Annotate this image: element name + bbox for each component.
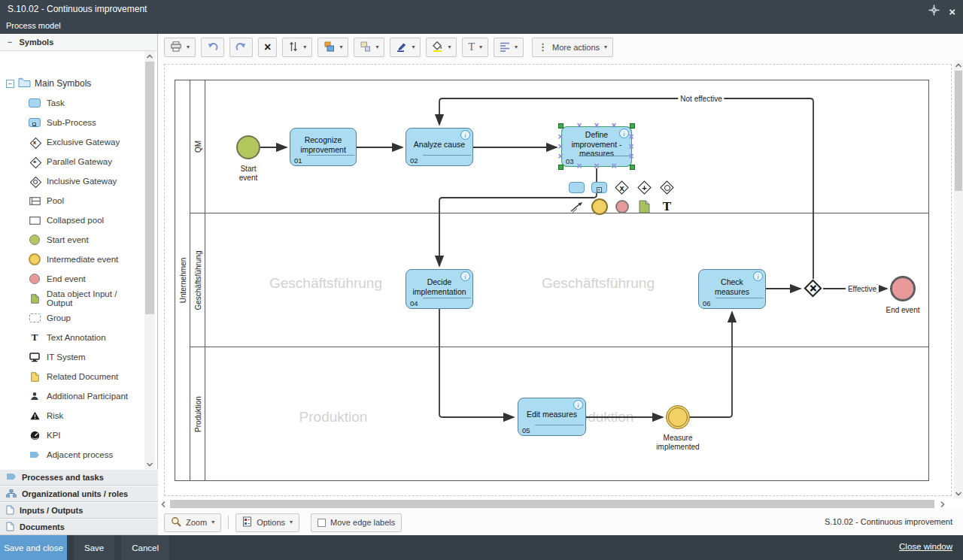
delete-button[interactable]: × <box>258 38 277 57</box>
canvas-vertical-scrollbar[interactable] <box>954 60 963 498</box>
task-06-check-measures[interactable]: Check measures i 06 <box>698 269 766 309</box>
symbol-item-text-annotation[interactable]: T Text Annotation <box>0 328 144 347</box>
scroll-up-icon[interactable] <box>144 51 155 61</box>
symbol-item-kpi[interactable]: KPI <box>0 425 144 445</box>
line-style-button[interactable]: ▾ <box>390 38 421 57</box>
symbol-item-data-object[interactable]: Data object Input / Output <box>0 289 144 308</box>
info-icon[interactable]: i <box>753 271 763 281</box>
exclusive-gateway-node[interactable]: × <box>804 279 823 298</box>
symbol-item-end-event[interactable]: End event <box>0 269 144 289</box>
symbol-item-exclusive-gateway[interactable]: x Exclusive Gateway <box>0 132 144 152</box>
connection-point-icon[interactable] <box>611 162 616 170</box>
symbol-item-intermediate-event[interactable]: Intermediate event <box>0 250 144 269</box>
diagram-canvas[interactable]: Unternehmen QM Geschäftsführung Produkti… <box>158 60 954 498</box>
sidebar-scrollbar[interactable] <box>144 51 155 469</box>
symbol-item-sub-process[interactable]: + Sub-Process <box>0 113 144 132</box>
connection-point-icon[interactable] <box>594 162 599 170</box>
symbol-item-risk[interactable]: Risk <box>0 406 144 425</box>
palette-exclusive-gateway-icon[interactable]: x <box>613 179 630 196</box>
palette-data-object-icon[interactable] <box>636 198 653 215</box>
task-02-analyze-cause[interactable]: Analyze cause i 02 <box>406 128 473 166</box>
section-inputs-outputs[interactable]: Inputs / Outputs <box>0 502 158 519</box>
zoom-button[interactable]: Zoom ▾ <box>164 513 221 532</box>
section-organizational-units[interactable]: Organizational units / roles <box>0 486 158 502</box>
symbol-item-it-system[interactable]: IT System <box>0 347 144 367</box>
align-button[interactable]: ▾ <box>494 38 524 57</box>
palette-sub-process-icon[interactable]: + <box>591 179 608 196</box>
symbol-item-additional-participant[interactable]: Additional Participant <box>0 386 144 406</box>
scroll-left-icon[interactable] <box>158 498 169 510</box>
fill-color-button[interactable]: ▾ <box>426 38 457 57</box>
sidebar-scroll-thumb[interactable] <box>145 62 154 314</box>
palette-parallel-gateway-icon[interactable]: + <box>636 179 653 196</box>
task-04-decide-implementation[interactable]: Decide implementation i 04 <box>406 269 473 309</box>
connection-point-icon[interactable] <box>576 162 582 170</box>
info-icon[interactable]: i <box>619 129 629 138</box>
section-documents[interactable]: Documents <box>0 519 158 535</box>
symbol-item-adjacent-process[interactable]: Adjacent process <box>0 445 144 465</box>
task-03-define-improvement-measures-selected[interactable]: Define improvement - measures i 03 <box>561 126 632 167</box>
save-and-close-button[interactable]: Save and close <box>0 535 67 560</box>
text-button[interactable]: T ▾ <box>462 38 488 57</box>
connection-point-icon[interactable] <box>611 122 616 129</box>
more-actions-button[interactable]: ⋮ More actions ▾ <box>532 38 613 57</box>
pool-label-column[interactable]: Unternehmen <box>175 80 190 480</box>
scroll-right-icon[interactable] <box>937 498 948 510</box>
scroll-down-icon[interactable] <box>954 489 963 498</box>
connection-point-icon[interactable] <box>628 153 633 160</box>
resize-handle[interactable] <box>558 123 564 129</box>
palette-task-icon[interactable] <box>568 179 585 196</box>
vertical-scroll-thumb[interactable] <box>955 71 962 191</box>
connection-point-icon[interactable] <box>628 133 633 141</box>
connection-point-icon[interactable] <box>594 122 599 129</box>
section-processes-and-tasks[interactable]: Processes and tasks <box>0 469 158 486</box>
scroll-down-icon[interactable] <box>144 459 155 469</box>
tree-root-main-symbols[interactable]: − Main Symbols <box>0 74 144 93</box>
undo-button[interactable] <box>201 38 224 57</box>
collapse-panel-icon[interactable]: − <box>8 38 12 47</box>
save-button[interactable]: Save <box>74 535 114 560</box>
palette-inclusive-gateway-icon[interactable] <box>658 179 676 196</box>
palette-sequence-flow-icon[interactable] <box>568 198 585 215</box>
connection-point-icon[interactable] <box>628 143 633 150</box>
info-icon[interactable]: i <box>573 400 583 410</box>
symbol-item-task[interactable]: Task <box>0 93 144 113</box>
move-edge-labels-toggle[interactable]: Move edge labels <box>311 513 402 532</box>
distribute-button[interactable]: ▾ <box>282 38 312 57</box>
redo-button[interactable] <box>229 38 253 57</box>
symbol-item-collapsed-pool[interactable]: Collapsed pool <box>0 210 144 230</box>
cancel-button[interactable]: Cancel <box>121 535 169 560</box>
task-01-recognize-improvement[interactable]: Recognize improvement 01 <box>290 128 357 166</box>
resize-handle[interactable] <box>630 165 635 170</box>
symbol-item-related-document[interactable]: Related Document <box>0 367 144 386</box>
options-button[interactable]: Options ▾ <box>235 513 299 532</box>
close-window-link[interactable]: Close window <box>899 542 952 551</box>
tree-collapse-icon[interactable]: − <box>6 80 14 88</box>
canvas-horizontal-scrollbar[interactable] <box>158 498 954 510</box>
checkbox-icon[interactable] <box>317 519 326 527</box>
connection-point-icon[interactable] <box>557 143 563 150</box>
symbol-item-pool[interactable]: Pool <box>0 191 144 210</box>
info-icon[interactable]: i <box>460 271 470 281</box>
print-button[interactable]: ▾ <box>164 38 196 57</box>
symbol-item-start-event[interactable]: Start event <box>0 230 144 250</box>
palette-text-annotation-icon[interactable]: T <box>658 198 676 215</box>
symbols-panel-header[interactable]: − Symbols <box>0 34 157 51</box>
horizontal-scroll-thumb[interactable] <box>170 500 934 508</box>
intermediate-event-node[interactable] <box>666 405 690 429</box>
resize-handle[interactable] <box>558 165 564 170</box>
symbol-item-inclusive-gateway[interactable]: Inclusive Gateway <box>0 171 144 191</box>
scroll-up-icon[interactable] <box>954 60 963 70</box>
connection-point-icon[interactable] <box>557 133 563 141</box>
palette-intermediate-event-icon[interactable] <box>591 198 608 215</box>
collapse-window-icon[interactable] <box>928 5 940 19</box>
edge-label-effective[interactable]: Effective <box>846 285 879 293</box>
color-button[interactable]: ▾ <box>317 38 348 57</box>
start-event-node[interactable] <box>236 135 260 159</box>
connection-point-icon[interactable] <box>576 122 582 129</box>
symbol-item-group[interactable]: Group <box>0 308 144 328</box>
edge-label-not-effective[interactable]: Not effective <box>678 95 724 103</box>
palette-end-event-icon[interactable] <box>613 198 630 215</box>
end-event-node[interactable] <box>890 276 916 301</box>
connection-point-icon[interactable] <box>557 153 563 160</box>
